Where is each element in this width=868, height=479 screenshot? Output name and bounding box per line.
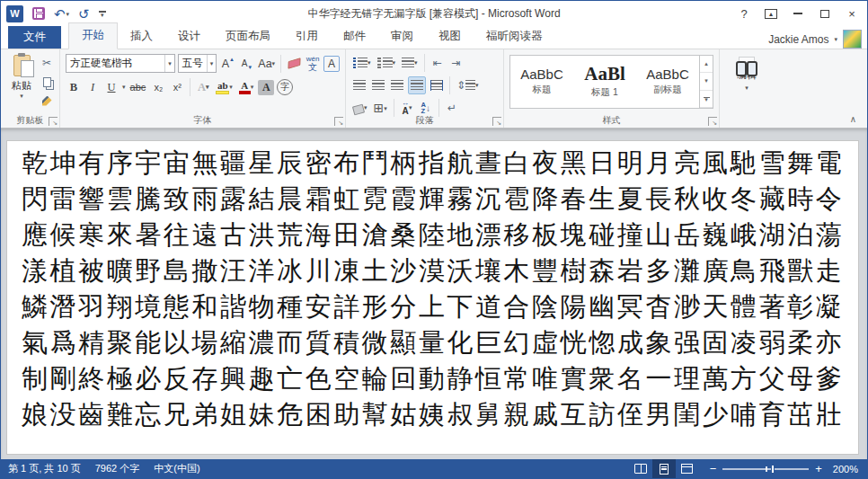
italic-button[interactable]: I [84, 78, 101, 96]
page-number-status[interactable]: 第 1 页, 共 10 页 [1, 462, 88, 475]
style-subtitle-name: 副标题 [653, 84, 682, 96]
phonetic-guide-button[interactable]: wén文 [305, 55, 321, 73]
undo-button[interactable]: ↶▾ [54, 7, 69, 21]
clipboard-dialog-launcher[interactable]: ↘ [49, 117, 58, 126]
underline-button[interactable]: U [103, 78, 120, 96]
editing-group: 编辑 ▾ [720, 49, 774, 128]
zoom-slider[interactable] [722, 468, 809, 470]
zoom-in-button[interactable]: + [815, 463, 822, 475]
font-name-dropdown-icon[interactable]: ▾ [164, 55, 174, 72]
tab-references[interactable]: 引用 [283, 24, 331, 49]
align-right-button[interactable] [389, 76, 405, 94]
save-button[interactable] [32, 7, 45, 20]
web-layout-button[interactable] [676, 459, 699, 478]
customize-qat-button[interactable]: ▾ [99, 11, 106, 16]
text-highlight-button[interactable]: ab▾ [214, 78, 235, 96]
increase-indent-button[interactable]: ⇥ [448, 54, 465, 72]
text-effects-icon: A [198, 81, 206, 94]
line-spacing-button[interactable]: ⇕▾ [455, 76, 481, 94]
redo-button[interactable]: ↺ [78, 7, 90, 21]
word-app-icon[interactable]: W [6, 5, 23, 22]
styles-scroll-down-button[interactable]: ▾ [700, 73, 713, 90]
account-avatar[interactable] [843, 30, 862, 49]
tab-mailings[interactable]: 邮件 [331, 24, 378, 49]
superscript-button[interactable]: x² [169, 78, 185, 96]
tab-home[interactable]: 开始 [68, 22, 118, 49]
underline-dropdown-icon[interactable]: ▾ [122, 84, 126, 91]
document-line: 氣爲精聚能以場縮濃而質積微顯量化巨幻虛恍惚成象强固凌弱柔亦 [22, 325, 842, 361]
style-title-preview: AaBbC [520, 67, 563, 81]
zoom-level[interactable]: 200% [831, 464, 867, 475]
multilevel-list-button[interactable]: ▾ [400, 54, 420, 72]
help-button[interactable]: ? [731, 1, 757, 26]
document-text: 乾坤有序宇宙無疆星辰密布鬥柄指航晝白夜黑日明月亮風馳雪舞電閃雷響雲騰致雨露結晨霜… [7, 141, 858, 433]
collapse-ribbon-button[interactable]: ∧ [850, 114, 856, 124]
format-painter-button[interactable] [39, 93, 55, 108]
paragraph-dialog-launcher[interactable]: ↘ [492, 117, 501, 126]
font-size-dropdown-icon[interactable]: ▾ [207, 55, 217, 72]
justify-button[interactable] [408, 76, 426, 94]
tab-review[interactable]: 审阅 [378, 24, 426, 49]
bold-button[interactable]: B [66, 78, 82, 96]
zoom-out-button[interactable]: − [710, 463, 717, 475]
find-button[interactable] [739, 57, 755, 66]
tab-page-layout[interactable]: 页面布局 [213, 24, 283, 49]
read-mode-button[interactable] [629, 459, 652, 478]
paste-dropdown-icon[interactable]: ▾ [20, 93, 23, 100]
styles-dialog-launcher[interactable]: ↘ [708, 117, 717, 126]
styles-group: AaBbC 标题 AaBl 标题 1 AaBbC 副标题 ▴ ▾ ▾ 样式 [504, 49, 720, 128]
copy-button[interactable] [39, 75, 55, 89]
language-status[interactable]: 中文(中国) [146, 462, 207, 475]
undo-dropdown-icon[interactable]: ▾ [66, 11, 70, 17]
window-controls: ? ▴ × [731, 1, 865, 26]
tab-view[interactable]: 视图 [426, 24, 474, 49]
editing-menu-button[interactable]: 编辑 ▾ [737, 53, 757, 114]
align-left-button[interactable] [351, 76, 368, 94]
cut-button[interactable]: ✂ [39, 56, 55, 70]
text-effects-button[interactable]: A▾ [195, 78, 211, 96]
zoom-slider-handle[interactable] [771, 465, 775, 474]
numbering-button[interactable]: ▾ [376, 54, 398, 72]
clear-formatting-button[interactable] [286, 55, 302, 73]
document-page[interactable]: 乾坤有序宇宙無疆星辰密布鬥柄指航晝白夜黑日明月亮風馳雪舞電閃雷響雲騰致雨露結晨霜… [6, 140, 859, 455]
grow-font-button[interactable]: A▴ [219, 55, 235, 73]
font-name-combo[interactable]: 方正硬笔楷书 ▾ [66, 54, 175, 73]
style-heading1-preview: AaBl [584, 65, 625, 84]
account-menu[interactable]: Jackie Amos ▾ [768, 30, 867, 49]
character-border-button[interactable]: A [323, 56, 340, 72]
maximize-button[interactable] [811, 1, 838, 26]
document-line: 閃雷響雲騰致雨露結晨霜虹霓霞輝霧沉雹降春生夏長秋收冬藏時令 [22, 182, 842, 217]
shrink-font-button[interactable]: A▾ [238, 55, 254, 73]
font-dialog-launcher[interactable]: ↘ [334, 117, 343, 126]
change-case-button[interactable]: Aa▾ [257, 55, 276, 73]
minimize-button[interactable] [784, 1, 811, 26]
paste-button[interactable]: 粘贴 ▾ [4, 53, 39, 114]
strikethrough-button[interactable]: abc [128, 78, 148, 96]
ribbon-display-options-button[interactable]: ▴ [757, 1, 784, 26]
decrease-indent-button[interactable]: ⇤ [430, 54, 446, 72]
align-center-button[interactable] [370, 76, 386, 94]
style-heading1[interactable]: AaBl 标题 1 [573, 56, 636, 108]
enclose-characters-button[interactable]: 字 [277, 79, 293, 95]
word-count-status[interactable]: 7962 个字 [88, 462, 147, 475]
tab-design[interactable]: 设计 [165, 24, 213, 49]
tab-file[interactable]: 文件 [8, 26, 61, 49]
styles-more-button[interactable]: ▾ [700, 91, 713, 108]
font-color-icon: A [239, 78, 251, 96]
numbering-icon [377, 58, 381, 68]
print-layout-button[interactable] [652, 459, 676, 478]
bullets-button[interactable]: ▾ [351, 54, 373, 72]
formatting-marks-icon: ↵ [447, 102, 456, 114]
subscript-button[interactable]: x₂ [150, 78, 166, 96]
close-button[interactable]: × [838, 1, 865, 26]
styles-scroll-up-button[interactable]: ▴ [700, 56, 713, 73]
tab-foxit-reader[interactable]: 福昕阅读器 [474, 24, 555, 49]
font-size-combo[interactable]: 五号 ▾ [178, 54, 217, 73]
font-color-button[interactable]: A▾ [237, 78, 256, 96]
distribute-button[interactable] [429, 76, 445, 94]
tab-insert[interactable]: 插入 [118, 24, 165, 49]
character-shading-button[interactable]: A [258, 80, 274, 95]
style-subtitle[interactable]: AaBbC 副标题 [636, 56, 699, 108]
ribbon-tab-row: 文件 开始 插入 设计 页面布局 引用 邮件 审阅 视图 福昕阅读器 Jacki… [1, 26, 867, 49]
style-title[interactable]: AaBbC 标题 [510, 56, 573, 108]
